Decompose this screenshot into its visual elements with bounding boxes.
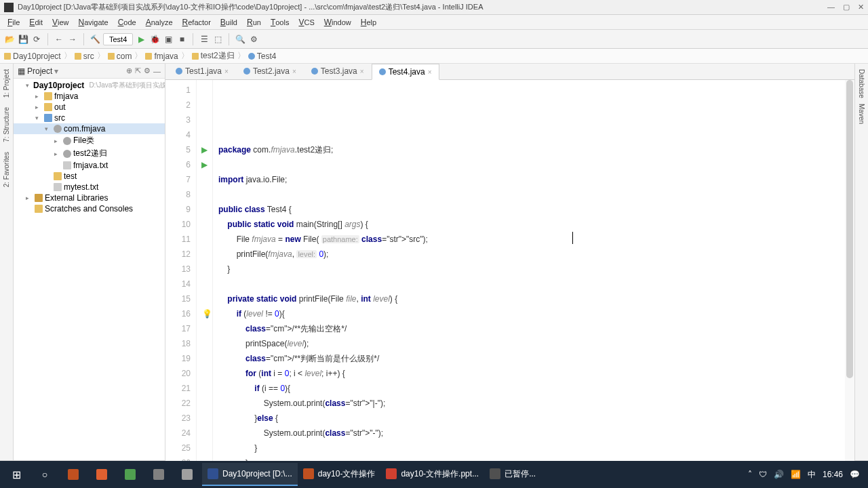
menu-code[interactable]: Code: [113, 16, 141, 29]
project-panel-title[interactable]: Project: [27, 66, 52, 76]
editor-tab[interactable]: Test3.java×: [304, 63, 372, 79]
close-tab-icon[interactable]: ×: [292, 68, 296, 75]
menu-view[interactable]: View: [47, 16, 74, 29]
line-gutter[interactable]: 1234567891011121314151617181920212223242…: [165, 80, 197, 488]
breadcrumb: Day10project〉src〉com〉fmjava〉test2递归〉Test…: [0, 49, 868, 64]
open-icon[interactable]: 📂: [4, 34, 15, 45]
intention-bulb-icon[interactable]: 💡: [202, 306, 212, 321]
menu-analyze[interactable]: Analyze: [141, 16, 178, 29]
taskbar-app[interactable]: Day10project [D:\...: [202, 463, 298, 486]
menu-file[interactable]: File: [3, 16, 24, 29]
menu-help[interactable]: Help: [356, 16, 381, 29]
maximize-button[interactable]: ▢: [843, 3, 850, 12]
refresh-icon[interactable]: ⟳: [31, 34, 42, 45]
start-button[interactable]: ⊞: [3, 463, 30, 486]
system-tray[interactable]: ˄ 🛡 🔊 📶 中 16:46 💬: [748, 469, 865, 481]
menu-window[interactable]: Window: [319, 16, 356, 29]
menu-tools[interactable]: Tools: [266, 16, 294, 29]
taskbar-app[interactable]: 已暂停...: [484, 463, 541, 486]
tree-item[interactable]: ▸test2递归: [14, 147, 165, 160]
tree-item[interactable]: fmjava.txt: [14, 160, 165, 171]
tree-item[interactable]: ▸File类: [14, 134, 165, 147]
tree-item[interactable]: ▸out: [14, 102, 165, 113]
tool-tab-structure[interactable]: 7: Structure: [1, 104, 12, 145]
editor-tab[interactable]: Test4.java×: [372, 64, 439, 80]
tree-item[interactable]: ▸fmjava: [14, 91, 165, 102]
tray-security-icon[interactable]: 🛡: [759, 470, 767, 479]
stop-icon[interactable]: ■: [176, 34, 187, 45]
breadcrumb-item[interactable]: fmjava: [145, 52, 178, 61]
close-tab-icon[interactable]: ×: [224, 68, 229, 75]
search-icon[interactable]: 🔍: [235, 34, 245, 45]
menu-navigate[interactable]: Navigate: [74, 16, 113, 29]
app-icon[interactable]: [60, 463, 87, 486]
tree-item[interactable]: Scratches and Consoles: [14, 203, 165, 214]
tool-tab-favorites[interactable]: 2: Favorites: [1, 149, 12, 190]
tree-root[interactable]: ▾ Day10project D:\Java零基础到项目实战系列\day10-.…: [14, 80, 165, 91]
tray-notifications-icon[interactable]: 💬: [850, 470, 860, 479]
taskbar-app[interactable]: day10-文件操作: [298, 463, 381, 486]
coverage-icon[interactable]: ▣: [163, 34, 174, 45]
tree-item[interactable]: ▸External Libraries: [14, 192, 165, 203]
close-tab-icon[interactable]: ×: [428, 68, 432, 76]
tray-clock[interactable]: 16:46: [823, 470, 843, 479]
tree-item[interactable]: test: [14, 171, 165, 182]
tool-tab-project[interactable]: 1: Project: [1, 66, 12, 100]
close-tab-icon[interactable]: ×: [360, 68, 364, 75]
tool-tab-database[interactable]: Database: [856, 66, 867, 101]
taskbar-app[interactable]: day10-文件操作.ppt...: [380, 463, 484, 486]
run-gutter-icon[interactable]: ▶: [201, 145, 208, 155]
debug-icon[interactable]: 🐞: [149, 34, 160, 45]
run-gutter-icon[interactable]: ▶: [201, 160, 208, 169]
tray-volume-icon[interactable]: 🔊: [774, 470, 784, 479]
menu-edit[interactable]: Edit: [24, 16, 47, 29]
structure-icon[interactable]: ☰: [199, 34, 210, 45]
select-opened-icon[interactable]: ⊕: [126, 66, 132, 75]
search-button[interactable]: ○: [31, 463, 58, 486]
app-icon[interactable]: [145, 463, 172, 486]
tree-item[interactable]: ▾com.fmjava: [14, 123, 165, 134]
class-icon: [311, 68, 318, 75]
run-icon[interactable]: ▶: [136, 34, 146, 45]
settings-icon[interactable]: ⚙: [248, 34, 259, 45]
tree-item[interactable]: ▾src: [14, 113, 165, 123]
code-editor[interactable]: 1234567891011121314151617181920212223242…: [165, 80, 854, 488]
window-title: Day10project [D:\Java零基础到项目实战系列\day10-文件…: [18, 2, 827, 12]
collapse-all-icon[interactable]: ⇱: [135, 66, 141, 75]
menu-run[interactable]: Run: [242, 16, 266, 29]
forward-icon[interactable]: →: [67, 34, 78, 45]
menu-build[interactable]: Build: [216, 16, 242, 29]
hide-panel-icon[interactable]: —: [153, 67, 161, 75]
tray-network-icon[interactable]: 📶: [791, 470, 801, 479]
save-icon[interactable]: 💾: [18, 34, 28, 45]
menu-vcs[interactable]: VCS: [294, 16, 319, 29]
app-icon[interactable]: [174, 463, 201, 486]
gutter-icons[interactable]: ▶▶: [197, 80, 213, 488]
close-button[interactable]: ✕: [858, 3, 864, 12]
breadcrumb-item[interactable]: src: [75, 52, 94, 61]
tool-tab-maven[interactable]: Maven: [856, 101, 867, 127]
app-icon[interactable]: [117, 463, 144, 486]
app-icon[interactable]: [88, 463, 115, 486]
tray-chevron-icon[interactable]: ˄: [748, 470, 752, 479]
breadcrumb-item[interactable]: Day10project: [4, 52, 61, 61]
tree-item[interactable]: mytest.txt: [14, 182, 165, 192]
menu-refactor[interactable]: Refactor: [178, 16, 216, 29]
settings-icon[interactable]: ⚙: [144, 66, 151, 75]
run-config-selector[interactable]: Test4: [103, 33, 133, 45]
tray-ime-icon[interactable]: 中: [808, 469, 816, 481]
minimize-button[interactable]: —: [827, 3, 835, 12]
editor-scrollbar[interactable]: [845, 80, 854, 488]
hierarchy-icon[interactable]: ⬚: [212, 34, 223, 45]
back-icon[interactable]: ←: [54, 34, 64, 45]
breadcrumb-item[interactable]: test2递归: [192, 50, 235, 62]
editor-tab[interactable]: Test1.java×: [168, 63, 236, 79]
build-icon[interactable]: 🔨: [90, 34, 100, 45]
folder-icon: [145, 53, 152, 60]
breadcrumb-item[interactable]: com: [108, 52, 132, 61]
code-content[interactable]: 💡 package com.fmjava.test2递归; import jav…: [213, 80, 845, 488]
project-tree[interactable]: ▾ Day10project D:\Java零基础到项目实战系列\day10-.…: [14, 79, 165, 460]
scrollbar-thumb[interactable]: [846, 80, 853, 378]
editor-tab[interactable]: Test2.java×: [236, 63, 304, 79]
breadcrumb-item[interactable]: Test4: [248, 52, 277, 61]
